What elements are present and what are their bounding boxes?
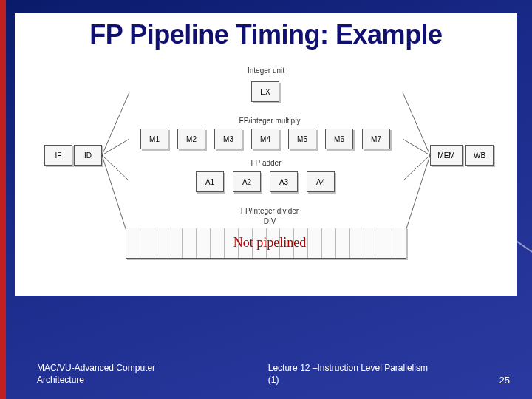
integer-unit-label: Integer unit (236, 66, 296, 75)
divider-div-label: DIV (259, 217, 281, 225)
stage-a1: A1 (196, 171, 224, 192)
stage-m2: M2 (177, 129, 205, 149)
stage-m5: M5 (288, 129, 316, 149)
stage-a4: A4 (307, 171, 335, 192)
stage-m3: M3 (214, 129, 242, 149)
divider-unit-label: FP/integer divider (236, 207, 303, 215)
stage-if: IF (44, 145, 72, 166)
stage-wb: WB (466, 145, 494, 166)
footer: MAC/VU-Advanced Computer Architecture Le… (37, 362, 510, 386)
slide-accent-bar (0, 0, 6, 399)
multiply-unit-label: FP/integer multiply (229, 117, 310, 125)
title-container: FP Pipeline Timing: Example (15, 13, 517, 62)
page-number: 25 (499, 375, 510, 386)
stage-a2: A2 (233, 171, 261, 192)
adder-unit-label: FP adder (244, 159, 288, 167)
stage-m7: M7 (362, 129, 390, 149)
stage-m1: M1 (140, 129, 168, 149)
stage-ex: EX (251, 81, 279, 102)
fp-pipeline-diagram: IF ID Integer unit EX FP/integer multipl… (15, 59, 517, 296)
slide-title: FP Pipeline Timing: Example (30, 19, 502, 50)
stage-id: ID (74, 145, 102, 166)
stage-m6: M6 (325, 129, 353, 149)
diagram-container: IF ID Integer unit EX FP/integer multipl… (15, 59, 517, 296)
stage-mem: MEM (430, 145, 463, 166)
stage-m4: M4 (251, 129, 279, 149)
not-pipelined-label: Not pipelined (229, 235, 310, 250)
stage-a3: A3 (270, 171, 298, 192)
footer-center: Lecture 12 –Instruction Level Parallelis… (268, 362, 431, 386)
footer-left: MAC/VU-Advanced Computer Architecture (37, 362, 200, 386)
